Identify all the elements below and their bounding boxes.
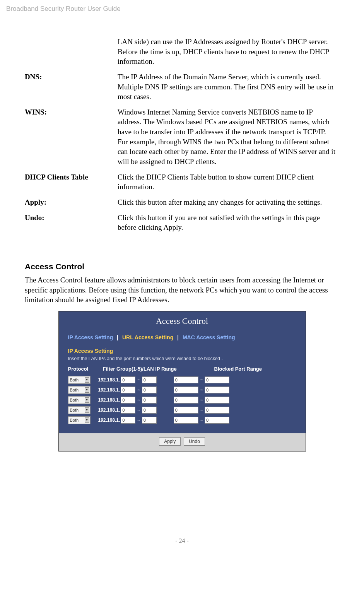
ip-from-input[interactable]: 0 [121,387,135,393]
chevron-down-icon: ▼ [85,397,89,403]
range-tilde: ~ [136,387,141,393]
filter-row: Both ▼ 192.168.1. 0 ~ 0 0 ~ 0 [68,376,296,384]
def-label-dns: DNS: [25,72,118,107]
protocol-value: Both [70,387,79,393]
range-tilde: ~ [199,377,204,383]
port-from-input[interactable]: 0 [174,417,198,424]
range-tilde: ~ [136,377,141,383]
ip-to-input[interactable]: 0 [142,417,157,424]
port-from-input[interactable]: 0 [174,387,198,393]
ip-from-input[interactable]: 0 [121,417,135,424]
protocol-select[interactable]: Both ▼ [68,416,91,424]
screenshot-tabs: IP Access Setting | URL Access Setting |… [59,332,306,344]
protocol-value: Both [70,417,79,423]
filter-row: Both ▼ 192.168.1. 0 ~ 0 0 ~ 0 [68,406,296,414]
port-to-input[interactable]: 0 [205,397,229,404]
screenshot-section-sub: Insert the LAN IPs and the port numbers … [59,355,306,366]
tab-mac-access[interactable]: MAC Access Setting [183,334,235,340]
chevron-down-icon: ▼ [85,387,89,393]
tab-url-access[interactable]: URL Access Setting [122,334,173,340]
port-from-input[interactable]: 0 [174,376,198,383]
ip-prefix: 192.168.1. [98,377,120,383]
filter-row: Both ▼ 192.168.1. 0 ~ 0 0 ~ 0 [68,416,296,424]
chevron-down-icon: ▼ [85,407,89,413]
ip-from-input[interactable]: 0 [121,376,135,383]
col-header-blocked: Blocked Port Range [203,366,296,373]
filter-row: Both ▼ 192.168.1. 0 ~ 0 0 ~ 0 [68,396,296,404]
tab-separator: | [175,334,181,340]
def-desc-continuation: LAN side) can use the IP Addresses assig… [118,37,339,72]
protocol-value: Both [70,407,79,413]
port-from-input[interactable]: 0 [174,397,198,404]
tab-separator: | [114,334,121,340]
protocol-value: Both [70,377,79,383]
chevron-down-icon: ▼ [85,417,89,423]
ip-to-input[interactable]: 0 [142,387,157,393]
ip-from-input[interactable]: 0 [121,397,135,404]
protocol-select[interactable]: Both ▼ [68,376,91,384]
def-desc-wins: Windows Internet Naming Service converts… [118,107,339,172]
range-tilde: ~ [199,417,204,423]
protocol-value: Both [70,397,79,403]
protocol-select[interactable]: Both ▼ [68,406,91,414]
range-tilde: ~ [199,407,204,413]
port-to-input[interactable]: 0 [205,417,229,424]
def-label-apply: Apply: [25,197,118,213]
ip-prefix: 192.168.1. [98,417,120,423]
ip-to-input[interactable]: 0 [142,407,157,414]
range-tilde: ~ [136,417,141,423]
definitions-table: LAN side) can use the IP Addresses assig… [25,37,339,238]
port-to-input[interactable]: 0 [205,376,229,383]
ip-prefix: 192.168.1. [98,407,120,413]
ip-from-input[interactable]: 0 [121,407,135,414]
ip-to-input[interactable]: 0 [142,376,157,383]
apply-button[interactable]: Apply [159,437,181,446]
range-tilde: ~ [199,387,204,393]
ip-to-input[interactable]: 0 [142,397,157,404]
col-header-protocol: Protocol [68,366,103,373]
protocol-select[interactable]: Both ▼ [68,386,91,394]
def-label-wins: WINS: [25,107,118,172]
screenshot-section-heading: IP Access Setting [59,344,306,355]
access-control-intro: The Access Control feature allows admini… [25,275,339,305]
range-tilde: ~ [136,407,141,413]
def-label-continuation [25,37,118,72]
ip-prefix: 192.168.1. [98,387,120,393]
def-label-dhcp-clients: DHCP Clients Table [25,172,118,197]
tab-ip-access[interactable]: IP Access Setting [68,334,113,340]
def-desc-dns: The IP Address of the Domain Name Server… [118,72,339,107]
range-tilde: ~ [199,397,204,403]
def-desc-apply: Click this button after making any chang… [118,197,339,213]
page-footer: - 24 - [25,537,339,545]
protocol-select[interactable]: Both ▼ [68,396,91,404]
screenshot-column-headers: Protocol Filter Group(1-5)/LAN IP Range … [59,366,306,376]
def-label-undo: Undo: [25,213,118,238]
chevron-down-icon: ▼ [85,377,89,383]
port-from-input[interactable]: 0 [174,407,198,414]
range-tilde: ~ [136,397,141,403]
screenshot-title: Access Control [59,311,306,332]
access-control-screenshot: Access Control IP Access Setting | URL A… [58,311,306,452]
ip-prefix: 192.168.1. [98,397,120,403]
port-to-input[interactable]: 0 [205,407,229,414]
filter-row: Both ▼ 192.168.1. 0 ~ 0 0 ~ 0 [68,386,296,394]
screenshot-button-bar: Apply Undo [59,433,306,451]
access-control-heading: Access Control [25,261,339,272]
col-header-filter: Filter Group(1-5)/LAN IP Range [103,366,203,373]
port-to-input[interactable]: 0 [205,387,229,393]
screenshot-wrap: Access Control IP Access Setting | URL A… [25,311,339,452]
page-header: Broadband Security Router User Guide [6,5,339,14]
undo-button[interactable]: Undo [184,437,205,446]
def-desc-dhcp-clients: Click the DHCP Clients Table button to s… [118,172,339,197]
def-desc-undo: Click this button if you are not satisfi… [118,213,339,238]
screenshot-rows: Both ▼ 192.168.1. 0 ~ 0 0 ~ 0 Both ▼ 192… [59,376,306,433]
